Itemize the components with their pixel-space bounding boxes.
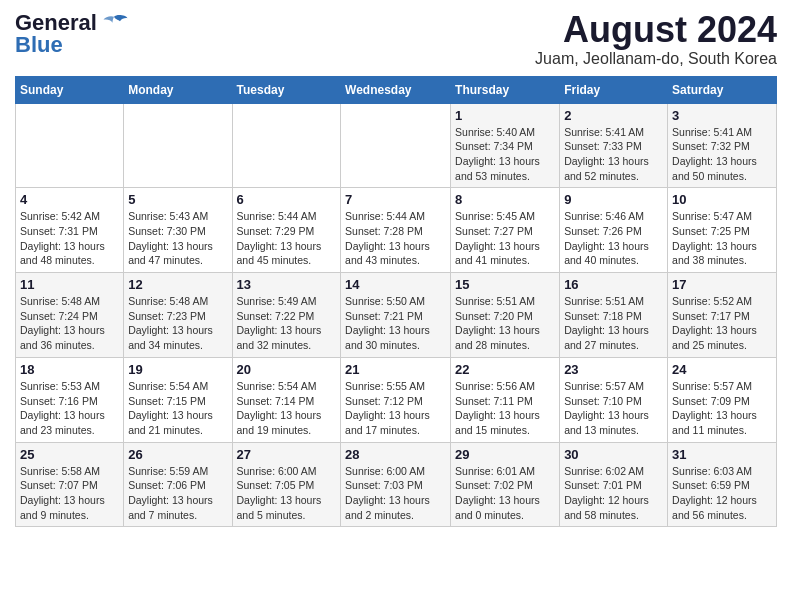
calendar-cell: 7Sunrise: 5:44 AM Sunset: 7:28 PM Daylig… bbox=[341, 188, 451, 273]
day-number: 19 bbox=[128, 362, 227, 377]
day-info: Sunrise: 5:55 AM Sunset: 7:12 PM Dayligh… bbox=[345, 379, 446, 438]
calendar-cell: 4Sunrise: 5:42 AM Sunset: 7:31 PM Daylig… bbox=[16, 188, 124, 273]
day-number: 6 bbox=[237, 192, 337, 207]
day-number: 3 bbox=[672, 108, 772, 123]
calendar-cell: 15Sunrise: 5:51 AM Sunset: 7:20 PM Dayli… bbox=[451, 273, 560, 358]
calendar-cell: 10Sunrise: 5:47 AM Sunset: 7:25 PM Dayli… bbox=[668, 188, 777, 273]
day-number: 22 bbox=[455, 362, 555, 377]
day-info: Sunrise: 5:51 AM Sunset: 7:18 PM Dayligh… bbox=[564, 294, 663, 353]
day-info: Sunrise: 6:03 AM Sunset: 6:59 PM Dayligh… bbox=[672, 464, 772, 523]
day-number: 31 bbox=[672, 447, 772, 462]
logo: General Blue bbox=[15, 10, 129, 58]
calendar-cell: 29Sunrise: 6:01 AM Sunset: 7:02 PM Dayli… bbox=[451, 442, 560, 527]
day-number: 27 bbox=[237, 447, 337, 462]
weekday-header: Thursday bbox=[451, 76, 560, 103]
day-number: 11 bbox=[20, 277, 119, 292]
day-info: Sunrise: 5:52 AM Sunset: 7:17 PM Dayligh… bbox=[672, 294, 772, 353]
day-info: Sunrise: 5:58 AM Sunset: 7:07 PM Dayligh… bbox=[20, 464, 119, 523]
logo-bird-icon bbox=[99, 13, 129, 31]
day-number: 24 bbox=[672, 362, 772, 377]
calendar-cell: 3Sunrise: 5:41 AM Sunset: 7:32 PM Daylig… bbox=[668, 103, 777, 188]
calendar-cell: 14Sunrise: 5:50 AM Sunset: 7:21 PM Dayli… bbox=[341, 273, 451, 358]
day-info: Sunrise: 5:44 AM Sunset: 7:29 PM Dayligh… bbox=[237, 209, 337, 268]
day-number: 25 bbox=[20, 447, 119, 462]
calendar-cell: 11Sunrise: 5:48 AM Sunset: 7:24 PM Dayli… bbox=[16, 273, 124, 358]
day-info: Sunrise: 5:44 AM Sunset: 7:28 PM Dayligh… bbox=[345, 209, 446, 268]
calendar-cell: 5Sunrise: 5:43 AM Sunset: 7:30 PM Daylig… bbox=[124, 188, 232, 273]
day-info: Sunrise: 5:54 AM Sunset: 7:15 PM Dayligh… bbox=[128, 379, 227, 438]
calendar-cell bbox=[341, 103, 451, 188]
day-number: 26 bbox=[128, 447, 227, 462]
day-info: Sunrise: 5:43 AM Sunset: 7:30 PM Dayligh… bbox=[128, 209, 227, 268]
calendar-cell: 18Sunrise: 5:53 AM Sunset: 7:16 PM Dayli… bbox=[16, 357, 124, 442]
day-number: 8 bbox=[455, 192, 555, 207]
day-number: 28 bbox=[345, 447, 446, 462]
day-number: 13 bbox=[237, 277, 337, 292]
day-info: Sunrise: 5:48 AM Sunset: 7:23 PM Dayligh… bbox=[128, 294, 227, 353]
day-info: Sunrise: 5:42 AM Sunset: 7:31 PM Dayligh… bbox=[20, 209, 119, 268]
day-info: Sunrise: 5:40 AM Sunset: 7:34 PM Dayligh… bbox=[455, 125, 555, 184]
day-number: 14 bbox=[345, 277, 446, 292]
calendar-cell: 20Sunrise: 5:54 AM Sunset: 7:14 PM Dayli… bbox=[232, 357, 341, 442]
calendar-cell: 31Sunrise: 6:03 AM Sunset: 6:59 PM Dayli… bbox=[668, 442, 777, 527]
day-info: Sunrise: 6:01 AM Sunset: 7:02 PM Dayligh… bbox=[455, 464, 555, 523]
day-info: Sunrise: 5:48 AM Sunset: 7:24 PM Dayligh… bbox=[20, 294, 119, 353]
weekday-header: Monday bbox=[124, 76, 232, 103]
day-number: 20 bbox=[237, 362, 337, 377]
day-number: 9 bbox=[564, 192, 663, 207]
calendar-cell: 30Sunrise: 6:02 AM Sunset: 7:01 PM Dayli… bbox=[560, 442, 668, 527]
calendar-cell: 25Sunrise: 5:58 AM Sunset: 7:07 PM Dayli… bbox=[16, 442, 124, 527]
day-number: 2 bbox=[564, 108, 663, 123]
day-info: Sunrise: 5:49 AM Sunset: 7:22 PM Dayligh… bbox=[237, 294, 337, 353]
day-info: Sunrise: 5:56 AM Sunset: 7:11 PM Dayligh… bbox=[455, 379, 555, 438]
calendar-cell: 23Sunrise: 5:57 AM Sunset: 7:10 PM Dayli… bbox=[560, 357, 668, 442]
calendar-cell: 9Sunrise: 5:46 AM Sunset: 7:26 PM Daylig… bbox=[560, 188, 668, 273]
day-info: Sunrise: 5:41 AM Sunset: 7:33 PM Dayligh… bbox=[564, 125, 663, 184]
day-info: Sunrise: 6:02 AM Sunset: 7:01 PM Dayligh… bbox=[564, 464, 663, 523]
day-info: Sunrise: 6:00 AM Sunset: 7:03 PM Dayligh… bbox=[345, 464, 446, 523]
subtitle: Juam, Jeollanam-do, South Korea bbox=[535, 50, 777, 68]
title-block: August 2024 Juam, Jeollanam-do, South Ko… bbox=[535, 10, 777, 68]
day-number: 17 bbox=[672, 277, 772, 292]
day-number: 18 bbox=[20, 362, 119, 377]
day-info: Sunrise: 5:41 AM Sunset: 7:32 PM Dayligh… bbox=[672, 125, 772, 184]
day-info: Sunrise: 5:53 AM Sunset: 7:16 PM Dayligh… bbox=[20, 379, 119, 438]
weekday-header: Saturday bbox=[668, 76, 777, 103]
day-number: 16 bbox=[564, 277, 663, 292]
day-info: Sunrise: 5:46 AM Sunset: 7:26 PM Dayligh… bbox=[564, 209, 663, 268]
calendar-cell: 27Sunrise: 6:00 AM Sunset: 7:05 PM Dayli… bbox=[232, 442, 341, 527]
calendar-cell: 8Sunrise: 5:45 AM Sunset: 7:27 PM Daylig… bbox=[451, 188, 560, 273]
day-info: Sunrise: 5:50 AM Sunset: 7:21 PM Dayligh… bbox=[345, 294, 446, 353]
day-info: Sunrise: 5:57 AM Sunset: 7:09 PM Dayligh… bbox=[672, 379, 772, 438]
calendar-cell: 26Sunrise: 5:59 AM Sunset: 7:06 PM Dayli… bbox=[124, 442, 232, 527]
day-info: Sunrise: 5:51 AM Sunset: 7:20 PM Dayligh… bbox=[455, 294, 555, 353]
calendar-cell bbox=[124, 103, 232, 188]
day-number: 4 bbox=[20, 192, 119, 207]
calendar-cell: 17Sunrise: 5:52 AM Sunset: 7:17 PM Dayli… bbox=[668, 273, 777, 358]
calendar-cell: 21Sunrise: 5:55 AM Sunset: 7:12 PM Dayli… bbox=[341, 357, 451, 442]
page-header: General Blue August 2024 Juam, Jeollanam… bbox=[15, 10, 777, 68]
day-info: Sunrise: 5:45 AM Sunset: 7:27 PM Dayligh… bbox=[455, 209, 555, 268]
weekday-header: Sunday bbox=[16, 76, 124, 103]
calendar-cell: 19Sunrise: 5:54 AM Sunset: 7:15 PM Dayli… bbox=[124, 357, 232, 442]
main-title: August 2024 bbox=[535, 10, 777, 50]
weekday-header: Wednesday bbox=[341, 76, 451, 103]
day-number: 30 bbox=[564, 447, 663, 462]
day-number: 7 bbox=[345, 192, 446, 207]
day-info: Sunrise: 6:00 AM Sunset: 7:05 PM Dayligh… bbox=[237, 464, 337, 523]
day-info: Sunrise: 5:54 AM Sunset: 7:14 PM Dayligh… bbox=[237, 379, 337, 438]
day-info: Sunrise: 5:59 AM Sunset: 7:06 PM Dayligh… bbox=[128, 464, 227, 523]
calendar-cell: 16Sunrise: 5:51 AM Sunset: 7:18 PM Dayli… bbox=[560, 273, 668, 358]
day-info: Sunrise: 5:57 AM Sunset: 7:10 PM Dayligh… bbox=[564, 379, 663, 438]
calendar-cell: 2Sunrise: 5:41 AM Sunset: 7:33 PM Daylig… bbox=[560, 103, 668, 188]
day-number: 5 bbox=[128, 192, 227, 207]
calendar-cell: 13Sunrise: 5:49 AM Sunset: 7:22 PM Dayli… bbox=[232, 273, 341, 358]
weekday-header: Friday bbox=[560, 76, 668, 103]
day-number: 23 bbox=[564, 362, 663, 377]
calendar-cell: 22Sunrise: 5:56 AM Sunset: 7:11 PM Dayli… bbox=[451, 357, 560, 442]
calendar-cell: 1Sunrise: 5:40 AM Sunset: 7:34 PM Daylig… bbox=[451, 103, 560, 188]
calendar-cell: 24Sunrise: 5:57 AM Sunset: 7:09 PM Dayli… bbox=[668, 357, 777, 442]
day-number: 21 bbox=[345, 362, 446, 377]
day-number: 12 bbox=[128, 277, 227, 292]
calendar-cell bbox=[232, 103, 341, 188]
